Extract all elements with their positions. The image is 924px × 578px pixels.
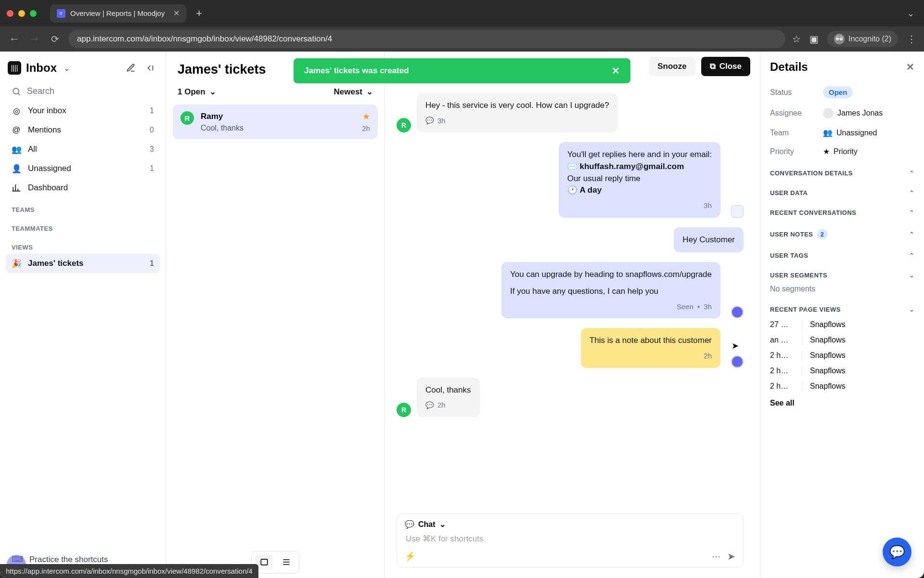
sidebar-item-your-inbox[interactable]: ◎ Your inbox 1 [6,101,160,120]
assignee-name: James Jonas [837,109,883,118]
composer-mode-label: Chat [418,520,436,529]
back-button[interactable]: ← [8,33,21,45]
pageview-page: Snapflows [810,382,846,391]
snooze-label: Snooze [657,62,686,71]
tab-title: Overview | Reports | Moodjoy [70,9,165,17]
inbox-switcher-chevron-icon[interactable]: ⌄ [64,64,70,73]
open-filter[interactable]: 1 Open ⌄ [178,87,216,97]
window-minimize-button[interactable] [18,10,25,17]
section-user-notes[interactable]: USER NOTES 2 ⌃ [770,220,914,243]
intercom-launcher[interactable]: 💬 [883,538,911,566]
conversation-list-item[interactable]: R Ramy ★ Cool, thanks 2h [173,105,378,139]
sidebar-item-count: 1 [150,259,154,268]
extensions-icon[interactable]: ▣ [809,33,819,45]
notes-count-badge: 2 [817,229,828,239]
pageview-row[interactable]: an …Snapflows [770,332,914,348]
snooze-button[interactable]: Snooze [649,57,695,76]
close-conversation-button[interactable]: ⧉ Close [701,57,750,76]
collapse-sidebar-button[interactable] [142,61,156,75]
pageview-row[interactable]: 27 …Snapflows [770,317,914,332]
sidebar-item-dashboard[interactable]: Dashboard [6,178,160,197]
detail-key: Assignee [770,109,823,118]
tabbar-chevron-icon[interactable]: ⌄ [904,5,917,22]
layout-list-button[interactable] [278,554,295,570]
composer-more-icon[interactable]: ⋯ [712,551,720,562]
url-field[interactable]: app.intercom.com/a/inbox/nnsgmgob/inbox/… [68,30,785,48]
star-icon[interactable]: ★ [362,111,370,122]
message-line: If you have any questions, I can help yo… [510,286,712,298]
composer-macros-icon[interactable]: ⚡ [405,551,415,562]
team-icon: 👥 [823,128,833,137]
details-close-icon[interactable]: ✕ [906,61,914,73]
all-icon: 👥 [12,144,21,154]
window-zoom-button[interactable] [30,10,37,17]
compose-button[interactable] [124,61,138,75]
sidebar-item-mentions[interactable]: @ Mentions 0 [6,120,160,140]
chat-icon: 💬 [405,520,414,529]
window-close-button[interactable] [7,10,13,17]
detail-key: Priority [770,147,823,156]
pageview-row[interactable]: 2 h…Snapflows [770,379,914,394]
section-user-segments[interactable]: USER SEGMENTS ⌄ [770,263,914,283]
sort-filter[interactable]: Newest ⌄ [334,87,373,97]
sidebar-item-label: Unassigned [28,164,71,173]
chevron-up-icon: ⌃ [909,189,915,197]
pageview-page: Snapflows [810,351,846,360]
list-layout-toggle [251,551,299,573]
pageview-time: 2 h… [770,351,794,360]
section-label: USER TAGS [770,252,808,259]
svg-point-0 [13,88,19,94]
pageview-row[interactable]: 2 h…Snapflows [770,363,914,379]
incognito-indicator[interactable]: 🕶 Incognito (2) [827,31,898,47]
seen-status: Seen [677,302,693,312]
message-time: 3h [704,302,712,312]
bookmark-icon[interactable]: ☆ [792,33,801,45]
message-line: Our usual reply time [567,173,712,185]
sidebar-view-james-tickets[interactable]: 🎉 James' tickets 1 [6,254,160,273]
status-badge[interactable]: Open [823,86,853,98]
url-text: app.intercom.com/a/inbox/nnsgmgob/inbox/… [77,34,332,44]
composer-mode-selector[interactable]: 💬 Chat ⌄ [405,520,735,529]
section-user-data[interactable]: USER DATA ⌃ [770,181,914,200]
sidebar-item-label: Mentions [28,125,61,135]
section-label: RECENT PAGE VIEWS [770,306,841,313]
sidebar-search[interactable]: Search [6,81,160,101]
divider [802,335,802,345]
divider [802,320,802,329]
detail-row-priority[interactable]: Priority ★Priority [770,142,914,161]
browser-menu-icon[interactable]: ⋮ [907,33,916,45]
success-toast: James' tickets was created ✕ [294,58,630,83]
detail-key: Status [770,88,823,97]
chevron-up-icon: ⌃ [909,209,915,216]
message-text: This is a note about this customer [590,335,712,347]
app-logo[interactable]: |||| [8,61,21,75]
new-tab-button[interactable]: + [191,5,207,22]
section-user-tags[interactable]: USER TAGS ⌃ [770,243,914,263]
message-time: 3h [704,200,712,211]
reload-button[interactable]: ⟳ [48,33,62,45]
dot-separator: • [697,302,700,312]
pageview-page: Snapflows [810,320,846,329]
sidebar-item-unassigned[interactable]: 👤 Unassigned 1 [6,159,160,178]
section-conversation-details[interactable]: CONVERSATION DETAILS ⌃ [770,161,914,181]
svg-rect-1 [261,559,267,565]
pageview-row[interactable]: 2 h…Snapflows [770,348,914,363]
toast-close-icon[interactable]: ✕ [612,65,620,77]
pageview-page: Snapflows [810,336,846,344]
composer-input[interactable]: Use ⌘K for shortcuts [405,529,735,551]
sidebar-item-label: Your inbox [28,106,66,116]
section-recent-conversations[interactable]: RECENT CONVERSATIONS ⌃ [770,200,914,220]
mouse-cursor: ➤ [732,341,739,351]
see-all-link[interactable]: See all [770,394,914,407]
section-recent-page-views[interactable]: RECENT PAGE VIEWS ⌄ [770,297,914,317]
forward-button[interactable]: → [28,33,41,45]
tab-close-icon[interactable]: ✕ [173,9,180,18]
sidebar-item-all[interactable]: 👥 All 3 [6,140,160,159]
detail-row-team[interactable]: Team 👥Unassigned [770,123,914,142]
send-button[interactable]: ➤ [727,551,735,562]
message-line: You can upgrade by heading to snapflows.… [510,269,712,281]
incoming-message: Cool, thanks 💬 2h [417,378,480,417]
detail-row-assignee[interactable]: Assignee James Jonas [770,103,914,123]
browser-tab[interactable]: ≡ Overview | Reports | Moodjoy ✕ [50,4,186,23]
message-time: 2h [362,124,370,132]
